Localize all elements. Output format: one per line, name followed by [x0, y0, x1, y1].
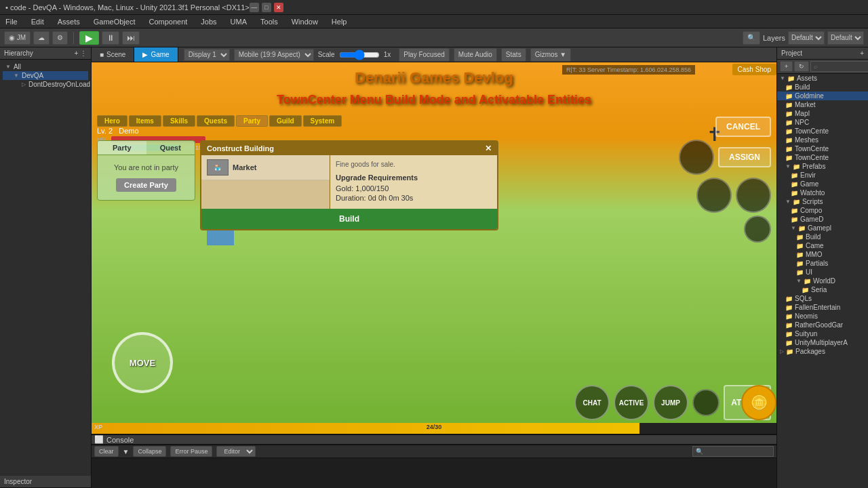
menu-window[interactable]: Window: [289, 16, 321, 27]
chat-button[interactable]: CHAT: [574, 385, 610, 420]
proj-towncente3[interactable]: 📁TownCente: [777, 153, 868, 162]
dialog-close-button[interactable]: ✕: [485, 144, 492, 153]
menu-help[interactable]: Help: [329, 16, 350, 27]
proj-ui[interactable]: 📁UI: [777, 268, 868, 277]
cash-shop-button[interactable]: Cash Shop: [732, 64, 776, 75]
proj-fallen[interactable]: 📁FallenEntertain: [777, 303, 868, 312]
play-focused-btn[interactable]: Play Focused: [399, 48, 450, 62]
menu-component[interactable]: Component: [146, 16, 190, 27]
proj-worldd[interactable]: ▼📁WorldD: [777, 277, 868, 285]
proj-assets[interactable]: ▼📁Assets: [777, 74, 868, 83]
menu-edit[interactable]: Edit: [28, 16, 47, 27]
mute-audio-btn[interactable]: Mute Audio: [454, 48, 497, 62]
nav-guild[interactable]: Guild: [269, 115, 302, 127]
search-button[interactable]: 🔍: [743, 31, 760, 45]
minimize-button[interactable]: —: [250, 3, 259, 12]
display-select[interactable]: Display 1: [184, 49, 230, 61]
account-button[interactable]: ◉ JM: [4, 31, 31, 45]
proj-towncente1[interactable]: 📁TownCente: [777, 127, 868, 136]
layers-select[interactable]: Default: [788, 31, 825, 45]
nav-skills[interactable]: Skills: [163, 115, 195, 127]
cancel-button[interactable]: CANCEL: [715, 117, 771, 137]
tab-scene[interactable]: ■Scene: [92, 47, 134, 62]
error-pause-button[interactable]: Error Pause: [170, 446, 212, 457]
proj-prefabs[interactable]: ▼📁Prefabs: [777, 162, 868, 171]
circle-btn-bottom[interactable]: [692, 389, 719, 416]
active-button[interactable]: ACTIVE: [614, 385, 649, 420]
assign-button[interactable]: ASSIGN: [718, 147, 771, 167]
scale-slider[interactable]: [339, 50, 380, 60]
proj-market[interactable]: 📁Market: [777, 100, 868, 109]
settings-button[interactable]: ⚙: [52, 31, 68, 45]
menu-assets[interactable]: Assets: [55, 16, 83, 27]
console-search[interactable]: [692, 446, 774, 457]
proj-seria[interactable]: 📁Seria: [777, 285, 868, 294]
aspect-select[interactable]: Mobile (19:9 Aspect): [234, 49, 314, 61]
proj-rathergood[interactable]: 📁RatherGoodGar: [777, 321, 868, 329]
circle-btn-2[interactable]: [696, 178, 732, 213]
proj-gamed[interactable]: 📁GameD: [777, 215, 868, 224]
layout-select[interactable]: Default: [827, 31, 864, 45]
create-party-button[interactable]: Create Party: [116, 178, 176, 192]
proj-sqls[interactable]: 📁SQLs: [777, 294, 868, 303]
market-building-item[interactable]: 🏪 Market: [201, 155, 330, 180]
proj-packages[interactable]: ▷📁Packages: [777, 347, 868, 356]
proj-neomis[interactable]: 📁Neomis: [777, 312, 868, 321]
nav-quests[interactable]: Quests: [197, 115, 235, 127]
move-joystick[interactable]: MOVE: [112, 332, 173, 393]
proj-came[interactable]: 📁Came: [777, 241, 868, 250]
menu-tools[interactable]: Tools: [258, 16, 281, 27]
proj-suityun[interactable]: 📁Suityun: [777, 329, 868, 338]
step-button[interactable]: ⏭: [122, 31, 140, 45]
jump-button[interactable]: JUMP: [653, 385, 688, 420]
nav-hero[interactable]: Hero: [97, 115, 127, 127]
proj-scripts[interactable]: ▼📁Scripts: [777, 197, 868, 206]
proj-partials[interactable]: 📁Partials: [777, 259, 868, 268]
cloud-button[interactable]: ☁: [33, 31, 50, 45]
proj-compo[interactable]: 📁Compo: [777, 206, 868, 215]
party-tab-quest[interactable]: Quest: [146, 141, 195, 155]
circle-btn-4[interactable]: [744, 216, 771, 243]
proj-meshes[interactable]: 📁Meshes: [777, 136, 868, 144]
proj-npc[interactable]: 📁NPC: [777, 118, 868, 127]
hier-devqa[interactable]: ▼DevQA: [3, 71, 88, 80]
menu-gameobject[interactable]: GameObject: [91, 16, 138, 27]
maximize-button[interactable]: □: [262, 3, 271, 12]
circle-btn-3[interactable]: [736, 178, 771, 213]
nav-items[interactable]: Items: [129, 115, 161, 127]
menu-jobs[interactable]: Jobs: [198, 16, 219, 27]
proj-refresh-btn[interactable]: ↻: [794, 61, 809, 72]
proj-add-btn[interactable]: +: [780, 61, 793, 72]
stats-btn[interactable]: Stats: [501, 48, 526, 62]
proj-scriptbuild[interactable]: 📁Build: [777, 232, 868, 241]
build-button[interactable]: Build: [201, 209, 497, 229]
nav-party[interactable]: Party: [236, 115, 268, 127]
editor-dropdown[interactable]: Editor: [216, 446, 256, 457]
circle-btn-1[interactable]: [679, 140, 714, 175]
clear-button[interactable]: Clear: [94, 446, 119, 457]
hier-dontdestroy[interactable]: ▷DontDestroyOnLoad: [3, 80, 88, 89]
proj-game[interactable]: 📁Game: [777, 180, 868, 188]
notification-coin[interactable]: 🪙: [741, 385, 776, 420]
proj-build[interactable]: 📁Build: [777, 83, 868, 92]
proj-envir[interactable]: 📁Envir: [777, 171, 868, 180]
menu-file[interactable]: File: [3, 16, 20, 27]
clear-dropdown[interactable]: ▼: [123, 448, 130, 455]
proj-gamepl[interactable]: ▼📁Gamepl: [777, 224, 868, 232]
menu-uma[interactable]: UMA: [228, 16, 250, 27]
proj-watchto[interactable]: 📁Watchto: [777, 188, 868, 197]
hier-all[interactable]: ▼All: [3, 62, 88, 71]
proj-towncente2[interactable]: 📁TownCente: [777, 144, 868, 153]
close-button[interactable]: ✕: [274, 3, 283, 12]
proj-mmo[interactable]: 📁MMO: [777, 250, 868, 259]
proj-goldmine[interactable]: 📁Goldmine: [777, 92, 868, 100]
party-tab-party[interactable]: Party: [98, 141, 146, 155]
tab-game[interactable]: ▶Game: [134, 47, 178, 62]
gizmos-btn[interactable]: Gizmos ▼: [530, 48, 572, 62]
collapse-button[interactable]: Collapse: [133, 446, 166, 457]
play-button[interactable]: ▶: [79, 31, 99, 45]
nav-system[interactable]: System: [303, 115, 342, 127]
project-search[interactable]: [810, 61, 868, 72]
pause-button[interactable]: ⏸: [102, 31, 119, 45]
proj-unitymulti[interactable]: 📁UnityMultiplayerA: [777, 338, 868, 347]
